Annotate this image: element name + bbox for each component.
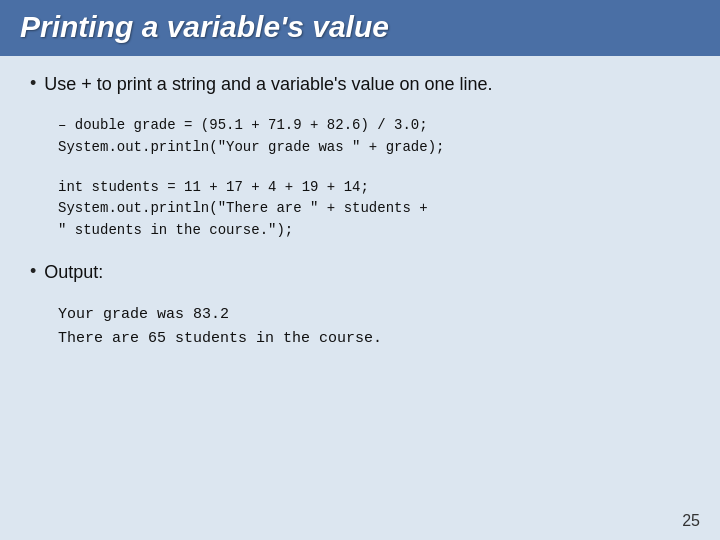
- bullet-dot-1: •: [30, 73, 36, 94]
- title-bar: Printing a variable's value: [0, 0, 720, 56]
- code-block-2: int students = 11 + 17 + 4 + 19 + 14; Sy…: [58, 177, 690, 242]
- code-line-1-1: – double grade = (95.1 + 71.9 + 82.6) / …: [58, 115, 690, 137]
- code-line-2-3: " students in the course.");: [58, 220, 690, 242]
- output-line-2: There are 65 students in the course.: [58, 327, 690, 351]
- bullet-2: • Output:: [30, 260, 690, 285]
- bullet-2-label: Output:: [44, 260, 103, 285]
- output-line-1: Your grade was 83.2: [58, 303, 690, 327]
- code-line-2-2: System.out.println("There are " + studen…: [58, 198, 690, 220]
- code-line-2-1: int students = 11 + 17 + 4 + 19 + 14;: [58, 177, 690, 199]
- slide-content: • Use + to print a string and a variable…: [0, 72, 720, 540]
- bullet-1-text: Use + to print a string and a variable's…: [44, 72, 492, 97]
- code-line-1-2: System.out.println("Your grade was " + g…: [58, 137, 690, 159]
- page-number: 25: [682, 512, 700, 530]
- slide: Printing a variable's value • Use + to p…: [0, 0, 720, 540]
- output-block: Your grade was 83.2 There are 65 student…: [58, 303, 690, 351]
- bullet-dot-2: •: [30, 261, 36, 282]
- code-block-1: – double grade = (95.1 + 71.9 + 82.6) / …: [58, 115, 690, 158]
- bullet-1: • Use + to print a string and a variable…: [30, 72, 690, 97]
- slide-title: Printing a variable's value: [20, 10, 700, 44]
